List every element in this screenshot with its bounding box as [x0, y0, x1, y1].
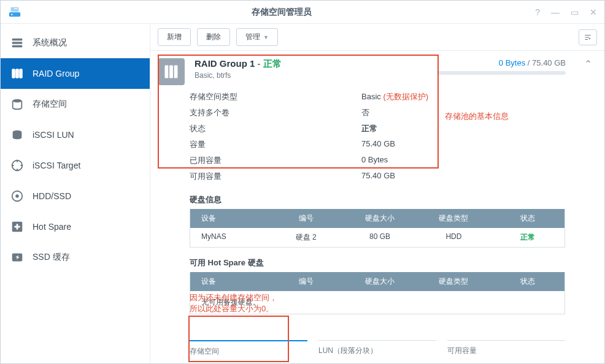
sidebar-item-hdd-ssd[interactable]: HDD/SSD: [1, 181, 150, 211]
kv-key: 容量: [190, 139, 361, 150]
kv-val: 75.40 GB: [361, 139, 395, 150]
raid-group-card: RAID Group 1 - 正常 Basic, btrfs 0 Bytes /…: [150, 51, 604, 363]
svg-point-10: [13, 99, 22, 103]
stat-lun[interactable]: LUN（段落分块） 0 Bytes: [318, 340, 436, 363]
sidebar-item-label: iSCSI LUN: [33, 130, 74, 140]
sidebar-item-label: iSCSI Target: [33, 161, 80, 170]
hotspare-section-title: 可用 Hot Spare 硬盘: [190, 257, 604, 268]
kv-key: 存储空间类型: [190, 91, 361, 102]
svg-rect-25: [174, 66, 178, 78]
sidebar-item-label: RAID Group: [33, 69, 79, 78]
sidebar-item-volume[interactable]: 存储空间: [1, 89, 150, 119]
chevron-down-icon: ▼: [263, 34, 269, 40]
svg-rect-8: [16, 69, 19, 78]
sidebar-item-label: Hot Spare: [33, 222, 71, 232]
sidebar-item-label: 存储空间: [33, 99, 67, 110]
svg-rect-4: [12, 39, 23, 41]
svg-rect-5: [12, 42, 23, 44]
svg-rect-3: [14, 8, 18, 9]
app-window: 存储空间管理员 ? — ▭ ✕ 系统概况 RAID Group 存储空间: [0, 0, 605, 364]
sidebar-item-label: HDD/SSD: [33, 191, 71, 201]
kv-val: 75.40 GB: [361, 171, 395, 182]
svg-rect-23: [165, 66, 169, 78]
raid-details: 存储空间类型Basic (无数据保护) 支持多个卷否 状态正常 容量75.40 …: [190, 89, 565, 184]
svg-rect-0: [9, 12, 20, 17]
close-icon[interactable]: ✕: [590, 7, 597, 17]
app-icon: [8, 6, 21, 19]
kv-val: 否: [361, 107, 369, 118]
sidebar-item-overview[interactable]: 系统概况: [1, 28, 150, 58]
hotspare-empty-text: 无可用备援硬盘。: [190, 291, 565, 314]
kv-val: 0 Bytes: [361, 155, 388, 166]
svg-rect-7: [12, 69, 15, 78]
help-icon[interactable]: ?: [535, 7, 540, 17]
raid-group-icon: [158, 58, 185, 85]
svg-point-15: [13, 136, 22, 140]
raid-usage-text: 0 Bytes / 75.40 GB: [437, 58, 566, 67]
minimize-icon[interactable]: —: [551, 7, 560, 17]
raid-subtitle: Basic, btrfs: [195, 71, 427, 80]
svg-point-2: [11, 13, 12, 15]
svg-rect-21: [14, 226, 20, 228]
kv-val: Basic (无数据保护): [361, 91, 428, 102]
stat-volume[interactable]: 存储空间 0 Bytes: [190, 340, 307, 363]
delete-button[interactable]: 删除: [197, 28, 230, 46]
kv-key: 已用容量: [190, 155, 361, 166]
sidebar-item-label: 系统概况: [33, 37, 67, 48]
stats-row: 存储空间 0 Bytes LUN（段落分块） 0 Bytes 可用容量 75.4…: [190, 340, 565, 363]
sidebar-item-raid-group[interactable]: RAID Group: [1, 58, 150, 89]
svg-rect-6: [12, 45, 23, 48]
sidebar-item-iscsi-lun[interactable]: iSCSI LUN: [1, 119, 150, 150]
content-area: RAID Group 1 - 正常 Basic, btrfs 0 Bytes /…: [150, 51, 604, 363]
svg-rect-1: [11, 7, 19, 11]
window-controls: ? — ▭ ✕: [535, 7, 597, 17]
sidebar-item-ssd-cache[interactable]: SSD 缓存: [1, 242, 150, 273]
manage-button[interactable]: 管理▼: [236, 28, 278, 46]
window-title: 存储空间管理员: [28, 7, 535, 18]
collapse-toggle-icon[interactable]: ⌃: [584, 58, 592, 70]
stat-available[interactable]: 可用容量 75.4 GB: [447, 340, 565, 363]
kv-key: 支持多个卷: [190, 107, 361, 118]
sort-button[interactable]: [579, 29, 597, 45]
table-header: 设备 编号 硬盘大小 硬盘类型 状态: [190, 272, 565, 291]
hotspare-table: 设备 编号 硬盘大小 硬盘类型 状态 无可用备援硬盘。: [190, 272, 565, 314]
titlebar: 存储空间管理员 ? — ▭ ✕: [1, 1, 604, 24]
kv-key: 可用容量: [190, 171, 361, 182]
toolbar: 新增 删除 管理▼: [150, 24, 604, 51]
disk-table: 设备 编号 硬盘大小 硬盘类型 状态 MyNAS 硬盘 2 80 GB HDD …: [190, 209, 565, 248]
raid-title: RAID Group 1 - 正常: [195, 58, 427, 70]
create-button[interactable]: 新增: [158, 28, 191, 46]
svg-rect-24: [169, 66, 173, 78]
kv-key: 状态: [190, 123, 361, 134]
table-row[interactable]: MyNAS 硬盘 2 80 GB HDD 正常: [190, 228, 565, 247]
maximize-icon[interactable]: ▭: [571, 7, 579, 17]
sidebar-item-hot-spare[interactable]: Hot Spare: [1, 211, 150, 242]
main-panel: 新增 删除 管理▼ RAID Group 1 - 正: [150, 24, 604, 363]
svg-point-18: [16, 195, 18, 197]
sidebar: 系统概况 RAID Group 存储空间 iSCSI LUN iSCSI Tar…: [1, 24, 150, 363]
kv-val: 正常: [361, 123, 377, 134]
sidebar-item-iscsi-target[interactable]: iSCSI Target: [1, 150, 150, 181]
sidebar-item-label: SSD 缓存: [33, 252, 70, 263]
table-header: 设备 编号 硬盘大小 硬盘类型 状态: [190, 209, 565, 228]
svg-rect-9: [20, 69, 23, 78]
disk-section-title: 硬盘信息: [190, 194, 604, 205]
raid-usage-bar: [437, 71, 566, 75]
